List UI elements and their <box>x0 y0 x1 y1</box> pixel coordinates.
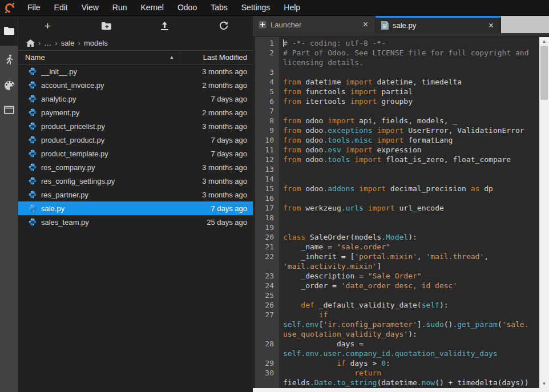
table-row[interactable]: __init__.py3 months ago <box>18 64 253 78</box>
table-row[interactable]: res_company.py3 months ago <box>18 160 253 174</box>
open-tabs-icon[interactable] <box>4 106 14 114</box>
code-text: from odoo.tools.misc import formatLang <box>279 135 453 145</box>
code-line[interactable]: 11from odoo.osv import expression <box>253 145 539 155</box>
table-row[interactable]: account_invoice.py2 months ago <box>18 78 253 92</box>
code-line[interactable]: 13 <box>253 164 539 174</box>
table-row[interactable]: res_config_settings.py3 months ago <box>18 174 253 188</box>
file-browser-icon[interactable] <box>0 16 18 46</box>
menu-edit[interactable]: Edit <box>47 0 75 15</box>
code-line[interactable]: 2# Part of Odoo. See LICENSE file for fu… <box>253 48 539 58</box>
code-line[interactable]: 30 return <box>253 368 539 378</box>
menu-kernel[interactable]: Kernel <box>134 0 170 15</box>
code-text: licensing details. <box>279 58 364 67</box>
code-line[interactable]: 22 _inherit = ['portal.mixin', 'mail.thr… <box>253 252 539 261</box>
tab-bar-filler <box>501 16 549 33</box>
vertical-scrollbar[interactable]: ▲ ▼ <box>539 37 549 388</box>
code-editor[interactable]: 1# -*- coding: utf-8 -*-2# Part of Odoo.… <box>253 37 549 392</box>
new-launcher-button[interactable]: + <box>18 16 77 35</box>
code-line[interactable]: 'mail.activity.mixin'] <box>253 261 539 271</box>
table-row[interactable]: analytic.py7 days ago <box>18 92 253 106</box>
code-line[interactable]: 26 def _default_validity_date(self): <box>253 300 539 310</box>
code-line[interactable]: 3 <box>253 67 539 77</box>
code-line[interactable]: 5from functools import partial <box>253 87 539 96</box>
code-line[interactable]: 1# -*- coding: utf-8 -*- <box>253 38 539 48</box>
table-row[interactable]: res_partner.py3 months ago <box>18 188 253 201</box>
tab-launcher[interactable]: Launcher × <box>253 16 376 33</box>
column-header-modified[interactable]: Last Modified <box>180 51 253 64</box>
close-tab-icon[interactable]: × <box>362 19 369 30</box>
line-number: 12 <box>253 155 279 164</box>
code-line[interactable]: 29 if days > 0: <box>253 358 539 368</box>
table-row[interactable]: sales_team.py25 days ago <box>18 215 253 229</box>
column-header-name[interactable]: Name ▲ <box>18 53 180 62</box>
table-row[interactable]: payment.py2 months ago <box>18 106 253 119</box>
code-text: _inherit = ['portal.mixin', 'mail.thread… <box>279 252 489 261</box>
table-row[interactable]: product_template.py7 days ago <box>18 147 253 160</box>
close-tab-icon[interactable]: × <box>487 21 495 31</box>
breadcrumb-crumb[interactable]: models <box>84 39 108 47</box>
command-palette-icon[interactable] <box>4 80 14 91</box>
breadcrumb-crumb[interactable]: … <box>44 39 51 47</box>
code-line[interactable]: 21 _name = "sale.order" <box>253 242 539 252</box>
code-line[interactable]: licensing details. <box>253 58 539 67</box>
code-line[interactable]: 14 <box>253 174 539 184</box>
code-line[interactable]: 28 days = <box>253 339 539 349</box>
code-line[interactable]: 16 <box>253 193 539 203</box>
refresh-icon <box>219 21 228 30</box>
menu-settings[interactable]: Settings <box>235 0 277 15</box>
code-line[interactable]: 25 <box>253 290 539 300</box>
code-line[interactable]: 7 <box>253 106 539 116</box>
python-file-icon <box>29 81 37 89</box>
menu-tabs[interactable]: Tabs <box>204 0 235 15</box>
breadcrumb-crumb[interactable]: sale <box>61 39 75 47</box>
menu-run[interactable]: Run <box>106 0 134 15</box>
upload-icon <box>160 22 169 30</box>
code-text: return <box>279 368 381 378</box>
code-line[interactable]: 10from odoo.tools.misc import formatLang <box>253 135 539 145</box>
code-line[interactable]: use_quotation_validity_days'): <box>253 329 539 339</box>
file-list-header: Name ▲ Last Modified <box>18 50 253 64</box>
code-line[interactable]: 4from datetime import datetime, timedelt… <box>253 77 539 87</box>
code-line[interactable]: 23 _description = "Sale Order" <box>253 271 539 281</box>
code-line[interactable]: 27 if <box>253 310 539 320</box>
menu-help[interactable]: Help <box>277 0 307 15</box>
scroll-down-icon[interactable]: ▼ <box>539 379 549 388</box>
code-line[interactable]: 15from odoo.addons import decimal_precis… <box>253 184 539 193</box>
code-text: 'mail.activity.mixin'] <box>279 261 381 271</box>
table-row[interactable]: product_pricelist.py3 months ago <box>18 119 253 133</box>
menu-view[interactable]: View <box>75 0 106 15</box>
menu-file[interactable]: File <box>21 0 47 15</box>
code-line[interactable]: 6from itertools import groupby <box>253 96 539 106</box>
python-file-icon <box>29 122 37 130</box>
scroll-up-icon[interactable]: ▲ <box>539 37 549 46</box>
new-folder-button[interactable] <box>77 16 136 35</box>
table-row[interactable]: product_product.py7 days ago <box>18 133 253 147</box>
code-line[interactable]: self.env.user.company_id.quotation_valid… <box>253 349 539 358</box>
python-file-icon <box>29 67 37 75</box>
line-number <box>253 378 279 387</box>
tab-sale-py[interactable]: sale.py × <box>376 16 501 33</box>
home-icon[interactable] <box>26 39 35 47</box>
scrollbar-thumb[interactable] <box>540 46 548 100</box>
code-line[interactable]: 8from odoo import api, fields, models, _ <box>253 116 539 126</box>
upload-button[interactable] <box>136 16 195 35</box>
code-line[interactable]: 19 <box>253 223 539 232</box>
code-line[interactable]: 18 <box>253 213 539 223</box>
code-line[interactable]: self.env['ir.config_parameter'].sudo().g… <box>253 320 539 329</box>
code-line[interactable]: fields.Date.to_string(datetime.now() + t… <box>253 378 539 387</box>
code-text: class SaleOrder(models.Model): <box>279 232 417 242</box>
table-row[interactable]: sale.py7 days ago <box>18 201 253 215</box>
horizontal-scrollbar[interactable] <box>253 388 549 392</box>
code-text <box>279 213 283 223</box>
menu-odoo[interactable]: Odoo <box>171 0 204 15</box>
running-sessions-icon[interactable] <box>5 54 14 66</box>
code-area[interactable]: 1# -*- coding: utf-8 -*-2# Part of Odoo.… <box>253 37 539 392</box>
code-line[interactable]: 20class SaleOrder(models.Model): <box>253 232 539 242</box>
code-line[interactable]: 17from werkzeug.urls import url_encode <box>253 203 539 213</box>
code-line[interactable]: 12from odoo.tools import float_is_zero, … <box>253 155 539 164</box>
file-modified: 3 months ago <box>173 122 253 131</box>
refresh-button[interactable] <box>194 16 253 35</box>
code-line[interactable]: 24 _order = 'date_order desc, id desc' <box>253 281 539 290</box>
code-line[interactable]: 9from odoo.exceptions import UserError, … <box>253 126 539 135</box>
line-number: 14 <box>253 174 279 184</box>
